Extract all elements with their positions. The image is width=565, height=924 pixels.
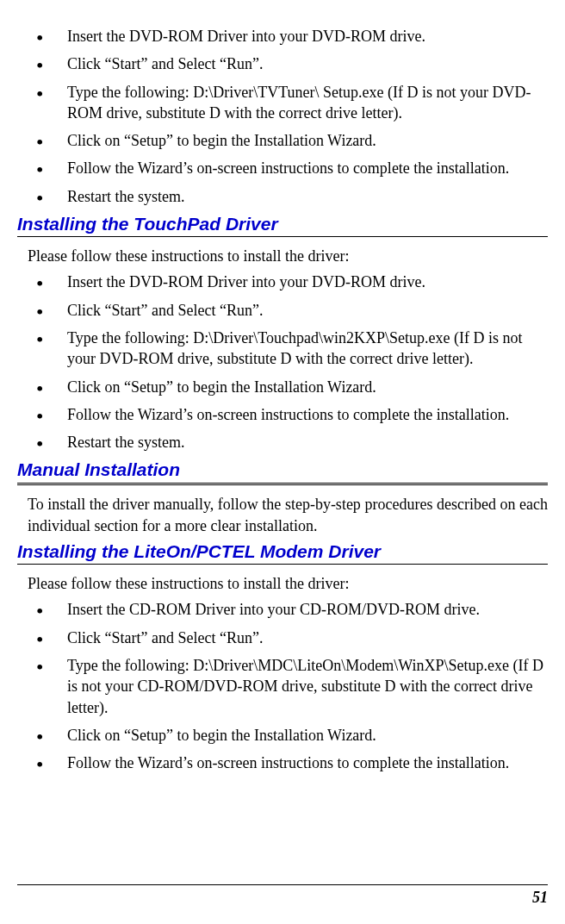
list-item: Click “Start” and Select “Run”.	[36, 53, 548, 74]
section2-intro: Please follow these instructions to inst…	[28, 246, 548, 266]
list-item: Click on “Setup” to begin the Installati…	[36, 725, 548, 746]
list-item: Restart the system.	[36, 186, 548, 207]
list-item: Click on “Setup” to begin the Installati…	[36, 130, 548, 151]
list-item: Insert the DVD-ROM Driver into your DVD-…	[36, 26, 548, 47]
list-item: Follow the Wizard’s on-screen instructio…	[36, 752, 548, 773]
section1-list: Insert the DVD-ROM Driver into your DVD-…	[36, 26, 548, 207]
list-item: Type the following: D:\Driver\Touchpad\w…	[36, 328, 548, 370]
list-item: Follow the Wizard’s on-screen instructio…	[36, 404, 548, 425]
section2-list: Insert the DVD-ROM Driver into your DVD-…	[36, 272, 548, 453]
heading-touchpad-driver: Installing the TouchPad Driver	[17, 214, 548, 237]
list-item: Type the following: D:\Driver\TVTuner\ S…	[36, 82, 548, 124]
page-number: 51	[17, 884, 548, 907]
list-item: Click “Start” and Select “Run”.	[36, 627, 548, 648]
list-item: Follow the Wizard’s on-screen instructio…	[36, 158, 548, 178]
heading-manual-installation: Manual Installation	[17, 459, 548, 485]
section4-list: Insert the CD-ROM Driver into your CD-RO…	[36, 599, 548, 773]
section3-intro: To install the driver manually, follow t…	[28, 494, 548, 536]
list-item: Insert the CD-ROM Driver into your CD-RO…	[36, 599, 548, 620]
list-item: Insert the DVD-ROM Driver into your DVD-…	[36, 272, 548, 292]
list-item: Restart the system.	[36, 432, 548, 453]
list-item: Click on “Setup” to begin the Installati…	[36, 377, 548, 397]
section4-intro: Please follow these instructions to inst…	[28, 573, 548, 594]
list-item: Type the following: D:\Driver\MDC\LiteOn…	[36, 655, 548, 718]
heading-liteon-pctel-modem: Installing the LiteOn/PCTEL Modem Driver	[17, 541, 548, 565]
list-item: Click “Start” and Select “Run”.	[36, 300, 548, 321]
